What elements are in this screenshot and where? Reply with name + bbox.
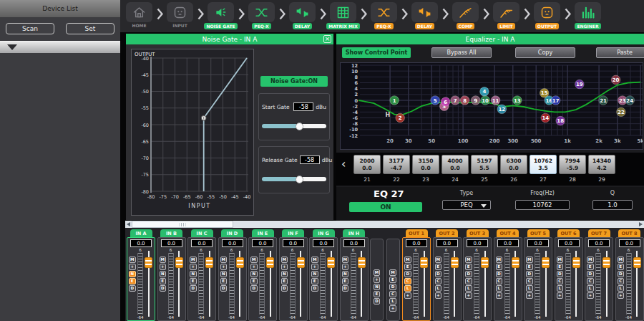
strip-button-d[interactable]: D xyxy=(587,271,594,277)
channel-tab[interactable]: OUT 6 xyxy=(557,229,580,237)
fader-handle[interactable] xyxy=(451,257,459,268)
strip-button-+[interactable]: + xyxy=(160,264,167,270)
channel-gain-value[interactable]: 0.0 xyxy=(191,239,213,247)
strip-button-e[interactable]: E xyxy=(160,278,167,284)
strip-button-e[interactable]: E xyxy=(404,264,411,270)
strip-button-e[interactable]: E xyxy=(374,291,381,297)
channel-tab[interactable]: IN A xyxy=(130,229,152,237)
strip-button-m[interactable]: M xyxy=(389,269,396,276)
channel-tab[interactable]: IN C xyxy=(191,229,213,237)
channel-tab[interactable]: OUT 2 xyxy=(436,229,458,237)
strip-button-m[interactable]: M xyxy=(618,257,625,263)
strip-button-n[interactable]: N xyxy=(250,271,258,277)
strip-button-e[interactable]: E xyxy=(587,264,594,270)
channel-tab[interactable]: OUT 4 xyxy=(497,229,519,237)
strip-button-e[interactable]: E xyxy=(496,264,503,270)
strip-button-m[interactable]: M xyxy=(374,269,381,276)
fader-handle[interactable] xyxy=(633,257,641,268)
channel-gain-value[interactable]: 0.0 xyxy=(558,239,580,247)
strip-button-e[interactable]: E xyxy=(465,264,472,270)
strip-button-l[interactable]: L xyxy=(404,285,411,292)
strip-button-d[interactable]: D xyxy=(435,271,442,277)
band-cell-28[interactable]: 7994-5.9 xyxy=(559,155,586,174)
scan-button[interactable]: Scan xyxy=(6,23,54,34)
band-cell-23[interactable]: 31500.0 xyxy=(412,155,439,174)
strip-button-+[interactable]: + xyxy=(618,292,625,299)
fader-handle[interactable] xyxy=(327,257,335,268)
eq-point-22[interactable]: 22 xyxy=(617,107,626,117)
show-control-point-button[interactable]: Show Control Point xyxy=(342,47,411,58)
gate-threshold-handle[interactable] xyxy=(201,115,206,120)
toolbar-item-matrix-mix[interactable]: MATRIX MIX xyxy=(327,2,359,29)
strip-button-+[interactable]: + xyxy=(342,264,349,270)
strip-button-c[interactable]: C xyxy=(404,278,411,284)
scroll-left-icon[interactable] xyxy=(127,222,130,226)
fader-handle[interactable] xyxy=(542,257,550,268)
eq-point-14[interactable]: 14 xyxy=(541,113,550,123)
toolbar-item-peq-x[interactable]: PEQ-X xyxy=(368,2,400,29)
strip-button-d[interactable]: D xyxy=(311,285,318,292)
eq-point-7[interactable]: 7 xyxy=(451,96,460,105)
strip-button-m[interactable]: M xyxy=(342,257,349,263)
fader-handle[interactable] xyxy=(236,257,244,268)
strip-button-+[interactable]: + xyxy=(311,264,318,270)
strip-button-m[interactable]: M xyxy=(220,257,228,263)
band-cell-24[interactable]: 40000.0 xyxy=(441,155,469,174)
release-gate-slider[interactable] xyxy=(262,176,326,183)
start-gate-slider-track[interactable] xyxy=(262,124,326,128)
channel-tab[interactable]: IN B xyxy=(160,229,182,237)
channel-gain-value[interactable]: 0.0 xyxy=(161,239,182,247)
eq-point-20[interactable]: 20 xyxy=(611,75,620,85)
eq-point-24[interactable]: 24 xyxy=(625,96,635,105)
channel-gain-value[interactable]: 0.0 xyxy=(588,239,610,247)
channel-tab[interactable]: OUT 7 xyxy=(588,229,610,237)
strip-button-m[interactable]: M xyxy=(311,257,318,263)
strip-button-+[interactable]: + xyxy=(190,264,197,270)
eq-point-13[interactable]: 13 xyxy=(513,96,522,105)
fader-handle[interactable] xyxy=(175,257,183,268)
toolbar-item-input[interactable]: INPUT xyxy=(164,2,196,28)
strip-button-+[interactable]: + xyxy=(281,264,288,270)
fader-handle[interactable] xyxy=(481,257,489,268)
scroll-right-icon[interactable] xyxy=(639,222,643,226)
strip-button-c[interactable]: C xyxy=(465,278,472,284)
toolbar-item-comp[interactable]: COMP xyxy=(449,2,482,29)
channel-gain-value[interactable]: 0.0 xyxy=(527,239,549,247)
strip-button-m[interactable]: M xyxy=(557,257,564,263)
strip-button-d[interactable]: D xyxy=(342,285,349,292)
channel-gain-value[interactable]: 0.0 xyxy=(436,239,458,247)
eq-point-17[interactable]: 17 xyxy=(551,96,560,105)
eq-point-9[interactable]: 9 xyxy=(471,96,480,105)
strip-button-+[interactable]: + xyxy=(220,264,228,270)
fader-handle[interactable] xyxy=(297,257,305,268)
channel-gain-value[interactable]: 0.0 xyxy=(406,239,427,247)
strip-button-m[interactable]: M xyxy=(435,257,442,263)
eq-point-1[interactable]: 1 xyxy=(390,96,399,105)
band-prev-arrow[interactable]: ‹ xyxy=(341,157,346,171)
strip-button-n[interactable]: N xyxy=(190,271,197,277)
release-gate-value[interactable]: -58 xyxy=(300,155,320,164)
band-on-button[interactable]: ON xyxy=(349,202,422,212)
set-button[interactable]: Set xyxy=(66,23,114,34)
strip-button-+[interactable]: + xyxy=(404,292,411,299)
strip-button-+[interactable]: + xyxy=(526,292,533,299)
freq-field[interactable]: 10762 xyxy=(515,200,570,210)
strip-button-m[interactable]: M xyxy=(404,257,411,263)
type-dropdown[interactable]: PEQ xyxy=(442,200,491,210)
strip-button-m[interactable]: M xyxy=(496,257,503,263)
strip-button-d[interactable]: D xyxy=(160,285,167,292)
strip-button-l[interactable]: L xyxy=(496,285,503,292)
strip-button-+[interactable]: + xyxy=(250,264,258,270)
strip-button-n[interactable]: N xyxy=(129,271,136,277)
band-cell-29[interactable]: 143404.2 xyxy=(588,155,615,174)
strip-button-m[interactable]: M xyxy=(160,257,167,263)
strip-button-m[interactable]: M xyxy=(190,257,197,263)
strip-button-m[interactable]: M xyxy=(250,257,258,263)
strip-button-l[interactable]: L xyxy=(465,285,472,292)
channel-tab[interactable]: IN F xyxy=(282,229,304,237)
strip-button-c[interactable]: C xyxy=(557,278,564,284)
toolbar-item-enginer[interactable]: ENGINER xyxy=(572,2,604,29)
strip-button-n[interactable]: N xyxy=(311,271,318,277)
strip-button-d[interactable]: D xyxy=(374,298,381,305)
strip-button-c[interactable]: C xyxy=(526,278,533,284)
